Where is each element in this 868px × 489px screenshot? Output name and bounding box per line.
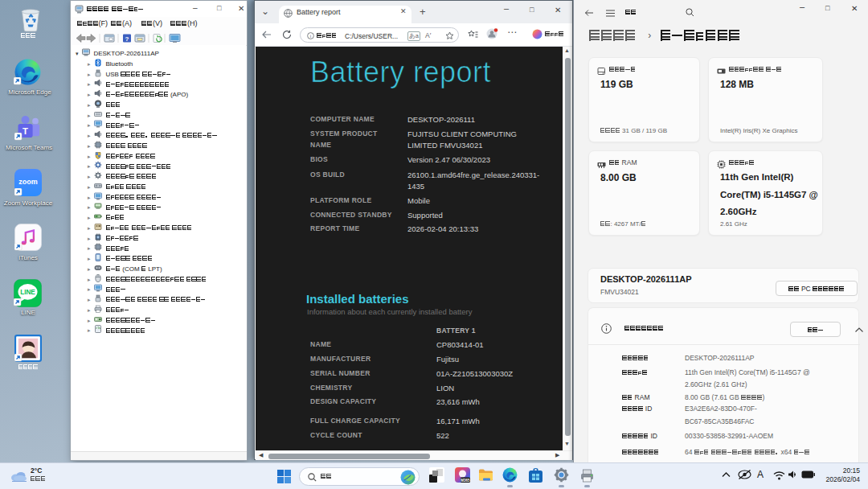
svg-text:i: i <box>310 33 311 38</box>
svg-text:LINE: LINE <box>20 289 35 296</box>
svg-text:M365: M365 <box>461 479 470 483</box>
svg-text:T: T <box>23 126 28 136</box>
svg-text:?: ? <box>125 35 129 43</box>
